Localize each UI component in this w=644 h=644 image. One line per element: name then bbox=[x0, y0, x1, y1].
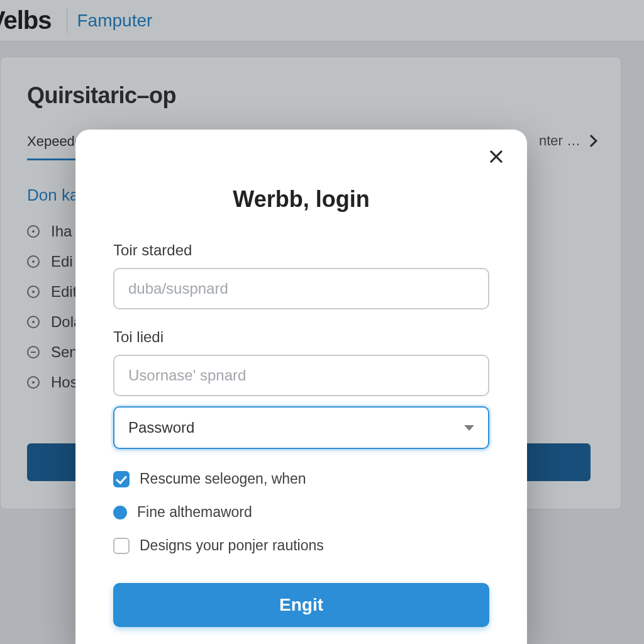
checkbox-row-2: Designs your ponjer rautions bbox=[113, 537, 489, 554]
field-group-1: Toir starded bbox=[113, 242, 489, 309]
close-icon[interactable] bbox=[487, 147, 506, 166]
field-group-2: Toi liedi bbox=[113, 328, 489, 396]
field2-input[interactable] bbox=[113, 355, 489, 396]
field2-label: Toi liedi bbox=[113, 328, 489, 346]
checkbox-1-label: Rescume seleogen, when bbox=[140, 470, 306, 487]
radio-row-1: Fine althemaword bbox=[113, 504, 489, 521]
login-modal: Werbb, login Toir starded Toi liedi Pass… bbox=[75, 130, 527, 644]
radio-1[interactable] bbox=[113, 506, 127, 519]
checkbox-row-1: Rescume seleogen, when bbox=[113, 470, 489, 487]
field1-label: Toir starded bbox=[113, 242, 489, 259]
field1-input[interactable] bbox=[113, 268, 489, 309]
chevron-down-icon bbox=[464, 425, 474, 431]
checkbox-2-label: Designs your ponjer rautions bbox=[140, 537, 324, 554]
checkbox-1[interactable] bbox=[113, 471, 130, 487]
password-select[interactable]: Password bbox=[113, 406, 489, 449]
submit-button[interactable]: Engit bbox=[113, 583, 489, 627]
modal-title: Werbb, login bbox=[113, 186, 489, 213]
select-value: Password bbox=[128, 419, 464, 436]
radio-1-label: Fine althemaword bbox=[137, 504, 252, 521]
checkbox-2[interactable] bbox=[113, 538, 130, 554]
